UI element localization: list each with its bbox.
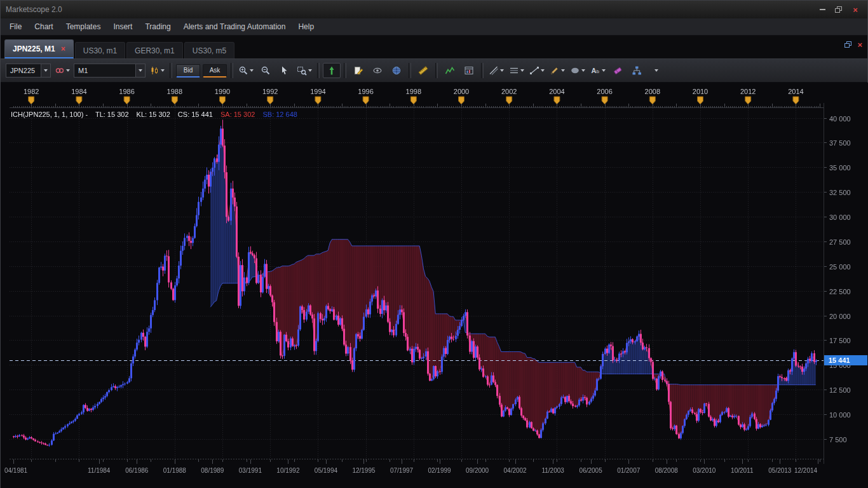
tab-ger30-m1[interactable]: GER30, m1 [126,42,183,58]
tab-label: US30, m1 [83,46,117,55]
tab-us30-m5[interactable]: US30, m5 [184,42,234,58]
minimize-icon [820,9,825,10]
tab-strip: JPN225, M1×US30, m1GER30, m1US30, m5 [4,39,236,58]
tab-bar: JPN225, M1×US30, m1GER30, m1US30, m5 × [1,36,867,58]
layout-tool-button[interactable] [628,63,646,78]
dropdown-caret-icon [561,69,565,72]
levels-tool-button[interactable] [507,63,526,78]
menu-item-alerts-and-trading-automation[interactable]: Alerts and Trading Automation [177,18,292,35]
dropdown-caret-icon [520,69,524,72]
restore-button[interactable] [832,4,846,15]
dropdown-caret-icon [500,69,504,72]
indicator-sa: SA: 15 302 [220,111,255,118]
menu-item-templates[interactable]: Templates [60,18,107,35]
toolbar-separator [231,63,233,78]
zoom-out-button[interactable] [257,63,275,78]
symbol-select[interactable]: JPN225 [6,64,51,78]
app-window: Marketscope 2.0 × FileChartTemplatesInse… [0,0,868,488]
svg-text:b: b [597,69,600,74]
menu-item-trading[interactable]: Trading [139,18,177,35]
chart-area: ICH(JPN225, 1, 1, 100) - TL: 15 302 KL: … [1,83,867,488]
period-select-value: M1 [74,67,135,74]
tab-jpn225-m1[interactable]: JPN225, M1× [4,39,74,58]
indicator-tl: TL: 15 302 [95,111,129,118]
text-tool-button[interactable]: Ab [588,63,607,78]
tab-us30-m1[interactable]: US30, m1 [75,42,125,58]
trendline-tool-button[interactable] [527,63,546,78]
symbol-select-value: JPN225 [6,67,41,74]
toggle-visibility-button[interactable] [369,63,386,78]
menu-item-chart[interactable]: Chart [28,18,59,35]
chart-windows-button[interactable] [460,63,478,78]
zoom-in-button[interactable] [236,63,255,78]
globe-icon [391,65,402,76]
menu-item-help[interactable]: Help [292,18,320,35]
close-button[interactable]: × [848,4,862,15]
dropdown-caret-icon [161,69,165,72]
symbol-select-caret[interactable] [41,64,50,77]
world-clock-button[interactable] [388,63,405,78]
cursor-tool-button[interactable] [276,63,294,78]
dropdown-caret-icon [308,69,312,72]
bid-toggle-button[interactable]: Bid [176,64,200,78]
more-tools-button[interactable] [647,63,665,78]
toolbar-separator [170,63,172,78]
indicator-cs: CS: 15 441 [178,111,213,118]
ask-toggle-button[interactable]: Ask [203,64,227,78]
tab-label: GER30, m1 [135,46,175,55]
period-select[interactable]: M1 [74,64,146,78]
eye-icon [372,65,383,76]
dropdown-caret-icon [581,69,585,72]
price-chart-canvas[interactable] [1,83,868,488]
eraser-tool-button[interactable] [609,63,627,78]
dropdown-caret-icon [541,69,545,72]
edit-notes-button[interactable] [349,63,367,78]
close-icon: × [853,6,858,14]
tab-label: US30, m5 [193,46,226,55]
toolbar-separator [317,63,320,78]
text-icon: Ab [590,65,600,76]
menu-item-file[interactable]: File [3,18,28,35]
pane-restore-icon[interactable] [844,41,852,48]
toolbar-separator [344,63,346,78]
ellipse-icon [570,65,580,76]
horiz-lines-icon [509,65,519,76]
shape-tool-button[interactable] [568,63,587,78]
period-select-caret[interactable] [135,64,145,77]
note-icon [353,65,363,76]
eraser-icon [613,65,623,76]
dropdown-caret-icon [602,69,606,72]
pane-close-icon[interactable]: × [857,41,862,49]
svg-text:A: A [592,67,597,74]
measure-button[interactable] [414,63,432,78]
indicator-icon [445,65,455,76]
green-arrow-icon [327,65,337,76]
zoom-in-icon [238,65,248,76]
auto-scroll-button[interactable] [323,63,341,78]
zoom-area-button[interactable] [295,63,314,78]
draw-tool-button[interactable] [548,63,567,78]
candle-icon [149,65,159,76]
zoom-area-icon [297,65,307,76]
restore-icon [835,6,843,13]
menu-bar: FileChartTemplatesInsertTradingAlerts an… [1,18,867,36]
indicator-kl: KL: 15 302 [137,111,170,118]
menu-item-insert[interactable]: Insert [107,18,139,35]
pane-controls: × [844,41,862,49]
tab-close-icon[interactable]: × [61,44,65,53]
toolbar-separator [481,63,484,78]
trendline-icon [529,65,539,76]
chart-type-button[interactable] [147,63,166,78]
indicators-button[interactable] [441,63,459,78]
toolbar-separator [435,63,438,78]
toolbar-separator [409,63,411,78]
minimize-button[interactable] [815,4,829,15]
lines-tool-button[interactable] [487,63,506,78]
cursor-icon [280,65,290,76]
window-title: Marketscope 2.0 [6,5,62,14]
chart-window-icon [464,65,474,76]
instrument-properties-button[interactable] [53,63,72,78]
tab-label: JPN225, M1 [13,44,55,53]
dropdown-caret-icon [66,69,70,72]
dropdown-caret-icon [250,69,254,72]
